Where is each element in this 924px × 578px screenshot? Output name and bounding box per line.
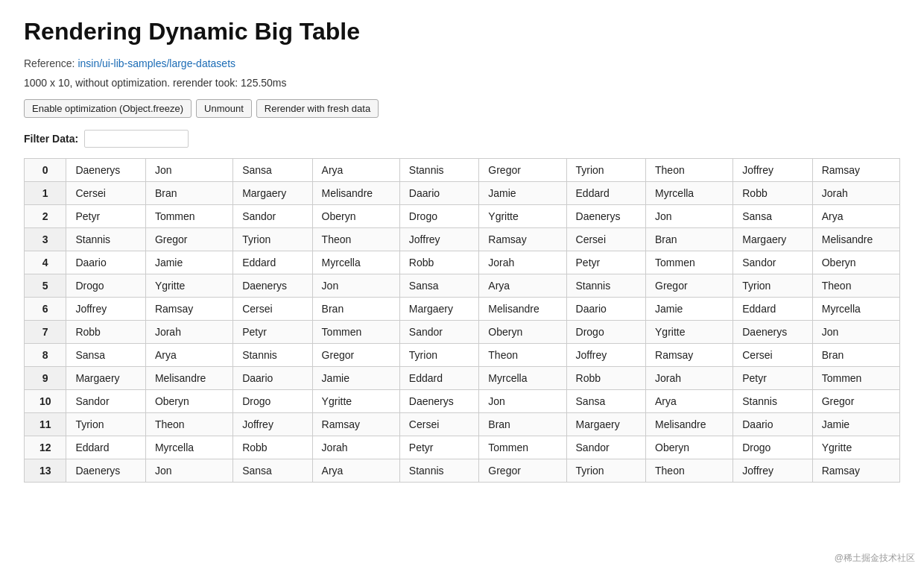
table-cell: Robb: [66, 321, 145, 344]
table-cell: Daario: [566, 298, 645, 321]
table-cell: Ramsay: [812, 159, 899, 182]
table-cell: Gregor: [479, 459, 566, 483]
table-cell: Arya: [646, 390, 733, 413]
table-cell: Oberyn: [479, 321, 566, 344]
table-cell: Petyr: [233, 321, 312, 344]
table-cell: Jon: [646, 205, 733, 228]
table-row: 9MargaeryMelisandreDaarioJamieEddardMyrc…: [25, 367, 900, 390]
unmount-button[interactable]: Unmount: [196, 99, 252, 118]
row-id: 12: [25, 436, 66, 459]
table-row: 4DaarioJamieEddardMyrcellaRobbJorahPetyr…: [25, 251, 900, 274]
table-cell: Melisandre: [812, 228, 899, 251]
table-cell: Arya: [479, 274, 566, 298]
table-cell: Robb: [566, 367, 645, 390]
row-id: 6: [25, 298, 66, 321]
table-cell: Ygritte: [646, 321, 733, 344]
table-cell: Ramsay: [145, 298, 232, 321]
table-cell: Arya: [812, 205, 899, 228]
table-cell: Tommen: [812, 367, 899, 390]
table-cell: Eddard: [399, 367, 478, 390]
table-cell: Gregor: [479, 159, 566, 182]
data-table: 0DaenerysJonSansaAryaStannisGregorTyrion…: [24, 158, 900, 483]
table-cell: Tyrion: [566, 459, 645, 483]
row-id: 1: [25, 182, 66, 205]
table-cell: Gregor: [145, 228, 232, 251]
table-cell: Oberyn: [145, 390, 232, 413]
table-cell: Jorah: [479, 251, 566, 274]
table-row: 6JoffreyRamsayCerseiBranMargaeryMelisand…: [25, 298, 900, 321]
table-cell: Arya: [312, 159, 399, 182]
table-cell: Eddard: [66, 436, 145, 459]
table-cell: Bran: [479, 413, 566, 436]
filter-input[interactable]: [84, 130, 189, 148]
table-row: 0DaenerysJonSansaAryaStannisGregorTyrion…: [25, 159, 900, 182]
table-cell: Sandor: [399, 321, 478, 344]
table-cell: Joffrey: [733, 159, 812, 182]
table-row: 1CerseiBranMargaeryMelisandreDaarioJamie…: [25, 182, 900, 205]
table-cell: Jamie: [312, 367, 399, 390]
table-cell: Robb: [733, 182, 812, 205]
table-cell: Bran: [145, 182, 232, 205]
table-cell: Tommen: [145, 205, 232, 228]
table-cell: Joffrey: [233, 413, 312, 436]
filter-label: Filter Data:: [24, 133, 78, 145]
table-cell: Margaery: [399, 298, 478, 321]
reference-link[interactable]: insin/ui-lib-samples/large-datasets: [77, 57, 235, 69]
table-cell: Theon: [646, 459, 733, 483]
table-cell: Joffrey: [733, 459, 812, 483]
table-cell: Jorah: [145, 321, 232, 344]
row-id: 4: [25, 251, 66, 274]
page-title: Rendering Dynamic Big Table: [24, 18, 900, 45]
table-cell: Cersei: [66, 182, 145, 205]
table-cell: Tommen: [646, 251, 733, 274]
row-id: 8: [25, 344, 66, 367]
table-cell: Drogo: [733, 436, 812, 459]
row-id: 5: [25, 274, 66, 298]
table-cell: Jon: [812, 321, 899, 344]
table-cell: Petyr: [399, 436, 478, 459]
table-cell: Daario: [66, 251, 145, 274]
table-cell: Daenerys: [566, 205, 645, 228]
table-cell: Tyrion: [566, 159, 645, 182]
table-cell: Jamie: [145, 251, 232, 274]
table-cell: Ygritte: [812, 436, 899, 459]
table-cell: Daenerys: [66, 459, 145, 483]
table-cell: Tyrion: [399, 344, 478, 367]
table-cell: Theon: [145, 413, 232, 436]
table-cell: Sandor: [233, 205, 312, 228]
table-cell: Eddard: [233, 251, 312, 274]
table-wrapper: 0DaenerysJonSansaAryaStannisGregorTyrion…: [24, 158, 900, 483]
table-cell: Melisandre: [145, 367, 232, 390]
table-cell: Oberyn: [312, 205, 399, 228]
table-cell: Cersei: [733, 344, 812, 367]
table-cell: Stannis: [399, 159, 478, 182]
row-id: 10: [25, 390, 66, 413]
table-cell: Myrcella: [312, 251, 399, 274]
table-cell: Theon: [646, 159, 733, 182]
table-cell: Ygritte: [479, 205, 566, 228]
table-cell: Tyrion: [233, 228, 312, 251]
table-cell: Daenerys: [399, 390, 478, 413]
rerender-button[interactable]: Rerender with fresh data: [256, 99, 379, 118]
table-cell: Margaery: [233, 182, 312, 205]
table-cell: Eddard: [733, 298, 812, 321]
reference-line: Reference: insin/ui-lib-samples/large-da…: [24, 57, 900, 69]
table-row: 2PetyrTommenSandorOberynDrogoYgritteDaen…: [25, 205, 900, 228]
table-cell: Myrcella: [479, 367, 566, 390]
table-cell: Sansa: [233, 459, 312, 483]
table-row: 3StannisGregorTyrionTheonJoffreyRamsayCe…: [25, 228, 900, 251]
table-cell: Margaery: [66, 367, 145, 390]
row-id: 13: [25, 459, 66, 483]
table-cell: Drogo: [399, 205, 478, 228]
table-row: 5DrogoYgritteDaenerysJonSansaAryaStannis…: [25, 274, 900, 298]
table-cell: Theon: [812, 274, 899, 298]
table-cell: Tommen: [312, 321, 399, 344]
table-cell: Cersei: [233, 298, 312, 321]
table-cell: Stannis: [66, 228, 145, 251]
table-cell: Jon: [479, 390, 566, 413]
row-id: 3: [25, 228, 66, 251]
enable-optimization-button[interactable]: Enable optimization (Object.freeze): [24, 99, 192, 118]
table-cell: Ramsay: [479, 228, 566, 251]
table-cell: Sansa: [733, 205, 812, 228]
table-cell: Myrcella: [145, 436, 232, 459]
